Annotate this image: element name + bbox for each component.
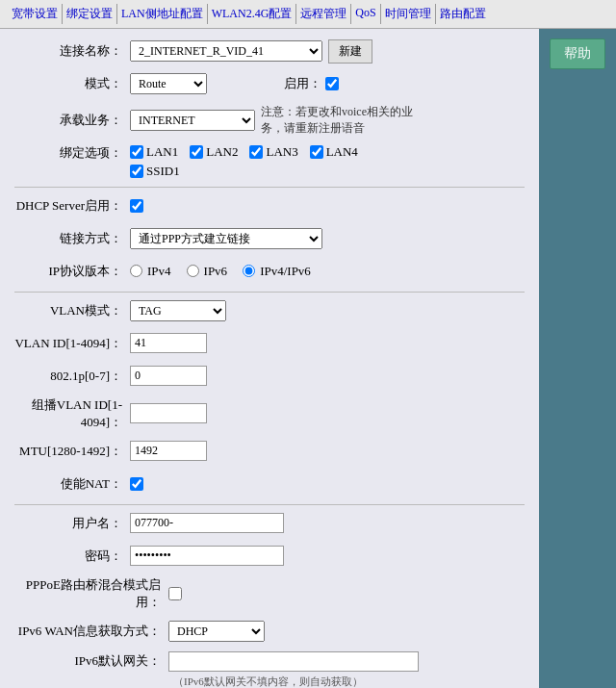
pppoe-bridge-checkbox[interactable] (168, 587, 182, 600)
ssid1-label: SSID1 (146, 164, 180, 179)
top-nav: 宽带设置绑定设置LAN侧地址配置WLAN2.4G配置远程管理QoS时间管理路由配… (0, 0, 616, 29)
dhcp-row: DHCP Server启用： (14, 193, 525, 218)
content-area: 连接名称： 2_INTERNET_R_VID_41 新建 模式： Route 启… (0, 29, 539, 688)
new-button[interactable]: 新建 (328, 39, 372, 64)
help-panel: 帮助 (539, 29, 616, 688)
connection-name-select[interactable]: 2_INTERNET_R_VID_41 (130, 40, 322, 62)
service-label: 承载业务： (14, 112, 130, 129)
dot1p-label: 802.1p[0-7]： (14, 368, 130, 385)
mode-row: 模式： Route 启用： (14, 71, 525, 96)
mode-label: 模式： (14, 75, 130, 92)
dhcp-label: DHCP Server启用： (14, 197, 130, 215)
ip-proto-row: IP协议版本： IPv4 IPv6 IPv4/IPv6 (14, 259, 525, 284)
ipv6-radio[interactable] (187, 265, 199, 277)
nav-item-远程管理[interactable]: 远程管理 (296, 4, 351, 24)
password-label: 密码： (14, 548, 130, 565)
link-select[interactable]: 通过PPP方式建立链接 (130, 228, 322, 249)
nat-label: 使能NAT： (14, 475, 130, 493)
dhcp-checkbox[interactable] (130, 199, 143, 213)
nav-item-宽带设置[interactable]: 宽带设置 (8, 4, 63, 24)
ssid1-checkbox[interactable] (130, 165, 143, 178)
binding-label: 绑定选项： (14, 144, 130, 162)
help-button[interactable]: 帮助 (550, 38, 605, 69)
enable-label: 启用： (284, 75, 321, 92)
lan2-checkbox[interactable] (190, 145, 203, 159)
vlan-mode-select[interactable]: TAG (130, 300, 226, 321)
binding-options: LAN1 LAN2 LAN3 LAN4 (130, 144, 358, 179)
lan2-label: LAN2 (206, 144, 238, 160)
ipv6-option[interactable]: IPv6 (187, 264, 228, 279)
ipv4ipv6-option[interactable]: IPv4/IPv6 (243, 264, 311, 279)
ipv6-gw-label: IPv6默认网关： (14, 652, 168, 670)
ipv6-gw-input[interactable] (168, 651, 419, 672)
mtu-input[interactable] (130, 441, 207, 461)
service-select[interactable]: INTERNET (130, 110, 255, 131)
group-vlan-row: 组播VLAN ID[1-4094]： (14, 396, 525, 431)
dot1p-input[interactable] (130, 366, 207, 386)
ipv4-option[interactable]: IPv4 (130, 264, 171, 279)
username-row: 用户名： (14, 511, 525, 536)
mode-value: Route (130, 73, 207, 94)
ipv4-radio[interactable] (130, 265, 142, 277)
lan1-checkbox[interactable] (130, 145, 143, 159)
ipv6-wan-label: IPv6 WAN信息获取方式： (14, 623, 168, 640)
nav-item-路由配置[interactable]: 路由配置 (436, 4, 490, 24)
nav-item-QoS[interactable]: QoS (351, 4, 380, 24)
dot1p-row: 802.1p[0-7]： (14, 364, 525, 389)
link-label: 链接方式： (14, 230, 130, 247)
pppoe-bridge-row: PPPoE路由桥混合模式启用： (14, 576, 525, 611)
password-row: 密码： (14, 544, 525, 569)
nat-checkbox[interactable] (130, 477, 143, 491)
service-note: 注意：若更改和voice相关的业务，请重新注册语音 (261, 104, 434, 137)
service-value: INTERNET 注意：若更改和voice相关的业务，请重新注册语音 (130, 104, 434, 137)
main-area: 连接名称： 2_INTERNET_R_VID_41 新建 模式： Route 启… (0, 29, 616, 688)
mtu-row: MTU[1280-1492]： (14, 439, 525, 464)
ipv4ipv6-radio[interactable] (243, 265, 255, 277)
service-row: 承载业务： INTERNET 注意：若更改和voice相关的业务，请重新注册语音 (14, 104, 525, 137)
vlan-id-label: VLAN ID[1-4094]： (14, 335, 130, 352)
link-row: 链接方式： 通过PPP方式建立链接 (14, 226, 525, 251)
lan1-label: LAN1 (146, 144, 178, 160)
lan3-label: LAN3 (266, 144, 297, 160)
ipv6-gw-row: IPv6默认网关： （IPv6默认网关不填内容，则自动获取） (14, 651, 525, 688)
mode-select[interactable]: Route (130, 73, 207, 94)
lan3-checkbox[interactable] (249, 145, 263, 159)
connection-name-value: 2_INTERNET_R_VID_41 新建 (130, 39, 372, 64)
enable-checkbox[interactable] (325, 77, 339, 90)
binding-row: 绑定选项： LAN1 LAN2 LAN3 (14, 144, 525, 179)
ipv6-wan-select[interactable]: DHCP (168, 621, 265, 642)
ipv6-gw-note: （IPv6默认网关不填内容，则自动获取） (173, 675, 363, 687)
nav-item-LAN侧地址配置[interactable]: LAN侧地址配置 (117, 4, 208, 24)
pppoe-bridge-label: PPPoE路由桥混合模式启用： (14, 576, 168, 611)
group-vlan-input[interactable] (130, 403, 207, 423)
vlan-id-input[interactable] (130, 333, 207, 353)
username-input[interactable] (130, 513, 284, 533)
lan4-checkbox[interactable] (310, 145, 323, 159)
vlan-id-row: VLAN ID[1-4094]： (14, 331, 525, 356)
connection-name-row: 连接名称： 2_INTERNET_R_VID_41 新建 (14, 38, 525, 64)
lan4-label: LAN4 (326, 144, 358, 160)
nat-row: 使能NAT： (14, 471, 525, 497)
username-label: 用户名： (14, 515, 130, 532)
ipv6-wan-row: IPv6 WAN信息获取方式： DHCP (14, 619, 525, 644)
connection-name-label: 连接名称： (14, 42, 130, 60)
mtu-label: MTU[1280-1492]： (14, 443, 130, 460)
vlan-mode-row: VLAN模式： TAG (14, 298, 525, 323)
vlan-mode-label: VLAN模式： (14, 302, 130, 319)
password-input[interactable] (130, 546, 284, 566)
nav-item-绑定设置[interactable]: 绑定设置 (63, 4, 117, 24)
nav-item-WLAN2.4G配置[interactable]: WLAN2.4G配置 (208, 4, 297, 24)
ip-proto-label: IP协议版本： (14, 263, 130, 280)
group-vlan-label: 组播VLAN ID[1-4094]： (14, 396, 130, 431)
nav-item-时间管理[interactable]: 时间管理 (381, 4, 436, 24)
